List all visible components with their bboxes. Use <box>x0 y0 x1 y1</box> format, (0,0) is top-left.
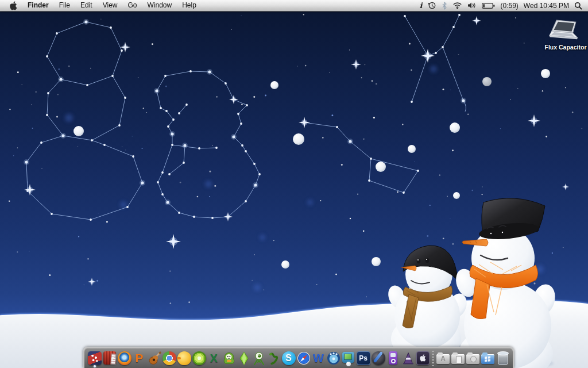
menu-edit[interactable]: Edit <box>75 0 98 11</box>
menu-bar-status: i <box>419 1 588 10</box>
battery-time-label: (0:59) <box>500 2 518 10</box>
desktop-icon-label: Flux Capacitor <box>545 44 587 51</box>
dock-item-photoshop[interactable]: Ps <box>356 348 370 367</box>
time-machine-menu[interactable] <box>428 1 436 10</box>
sims-plumbob-icon <box>237 351 251 365</box>
time-machine-icon <box>428 1 436 10</box>
desktop-icon-flux-capacitor[interactable]: Flux Capacitor <box>544 20 587 51</box>
menu-go[interactable]: Go <box>123 0 142 11</box>
dock-item-windows-folder[interactable] <box>481 348 495 367</box>
dock-item-trash[interactable] <box>496 348 510 367</box>
apple-menu[interactable] <box>5 1 22 10</box>
skype-icon: S <box>282 351 296 365</box>
limewire-icon <box>192 351 206 365</box>
spotlight-menu[interactable] <box>574 2 582 10</box>
bluetooth-icon <box>442 2 447 10</box>
powerpoint-icon: P <box>133 351 146 365</box>
dock-item-firefox[interactable] <box>117 348 131 367</box>
running-indicator <box>94 365 96 367</box>
menu-bar-left: Finder File Edit View Go Window Help <box>0 0 202 11</box>
wallpaper-winter-night <box>0 0 588 368</box>
dock-item-documents-folder[interactable] <box>451 348 465 367</box>
dock-item-green-creature[interactable] <box>222 348 236 367</box>
dock-item-vlc[interactable] <box>401 348 415 367</box>
battery-menu[interactable] <box>482 2 495 9</box>
dock-item-dvd-player[interactable] <box>326 348 341 367</box>
camera-app-icon <box>342 352 354 363</box>
dock-item-apple-locker[interactable] <box>416 348 430 367</box>
input-info-menu[interactable]: i <box>419 1 423 10</box>
dock-item-ink-pen-app[interactable] <box>371 348 385 367</box>
dice-game-app-icon <box>88 351 102 365</box>
vlc-icon <box>401 351 415 365</box>
dock-item-downloads-folder[interactable] <box>466 348 480 367</box>
photo-booth-icon <box>103 351 116 365</box>
apple-logo-icon <box>10 1 17 10</box>
menu-window[interactable]: Window <box>142 0 177 11</box>
documents-folder-icon <box>451 354 465 364</box>
word-icon: W <box>312 351 326 365</box>
photoshop-icon: Ps <box>357 351 370 365</box>
volume-menu[interactable] <box>467 2 477 9</box>
menu-bar-clock[interactable]: Wed 10:45 PM <box>524 2 569 10</box>
apple-locker-app-icon <box>416 351 430 365</box>
firefox-icon <box>118 351 131 365</box>
dock-item-eye-app[interactable] <box>252 348 266 367</box>
bluetooth-menu[interactable] <box>442 2 447 10</box>
laptop-icon <box>548 20 583 43</box>
ipod-app-icon <box>389 351 397 365</box>
desktop-screen: Finder File Edit View Go Window Help i <box>0 0 588 368</box>
dock-separator <box>431 351 435 366</box>
trash-icon <box>498 352 508 365</box>
cyberduck-icon <box>177 351 191 365</box>
dock-item-excel[interactable]: X <box>207 348 221 367</box>
dock-item-cyberduck[interactable] <box>177 348 191 367</box>
dock-item-chrome[interactable] <box>162 348 176 367</box>
dvd-player-app-icon <box>327 351 341 365</box>
windows-folder-icon <box>481 354 494 364</box>
eye-app-icon <box>252 351 266 365</box>
applications-folder-icon: A <box>436 354 450 364</box>
dock-item-sims-plumbob[interactable] <box>237 348 251 367</box>
chrome-icon <box>163 351 176 365</box>
excel-icon: X <box>207 351 221 365</box>
dock-item-photo-booth[interactable] <box>102 348 117 367</box>
volume-icon <box>467 2 477 9</box>
dock-item-limewire[interactable] <box>192 348 206 367</box>
green-creature-app-icon <box>222 351 236 365</box>
dock-item-garageband[interactable] <box>147 348 161 367</box>
dock-item-word[interactable]: W <box>311 348 326 367</box>
menu-finder[interactable]: Finder <box>22 0 54 11</box>
battery-icon <box>482 2 495 9</box>
white-apple-glyph <box>420 354 426 362</box>
wifi-icon <box>452 2 462 9</box>
dock-item-worm-app[interactable] <box>266 348 281 367</box>
worm-app-icon <box>267 351 281 365</box>
dock-item-applications-folder[interactable]: A <box>436 348 450 367</box>
menu-file[interactable]: File <box>54 0 75 11</box>
dock-item-skype[interactable]: S <box>281 348 296 367</box>
downloads-folder-icon <box>466 354 479 364</box>
ink-pen-app-icon <box>372 351 385 365</box>
dock-item-safari[interactable] <box>296 348 311 367</box>
menu-view[interactable]: View <box>98 0 123 11</box>
menu-help[interactable]: Help <box>177 0 202 11</box>
dock-item-powerpoint[interactable]: P <box>132 348 146 367</box>
dock-item-dice-game[interactable] <box>87 348 102 367</box>
dock-item-camera-app[interactable] <box>341 348 355 367</box>
menu-bar: Finder File Edit View Go Window Help i <box>0 0 588 12</box>
wifi-menu[interactable] <box>452 2 462 9</box>
safari-icon <box>297 351 311 365</box>
dock-item-ipod-app[interactable] <box>386 348 400 367</box>
garageband-guitar-icon <box>148 351 161 365</box>
spotlight-search-icon <box>574 2 582 10</box>
dock: P X <box>83 347 514 368</box>
